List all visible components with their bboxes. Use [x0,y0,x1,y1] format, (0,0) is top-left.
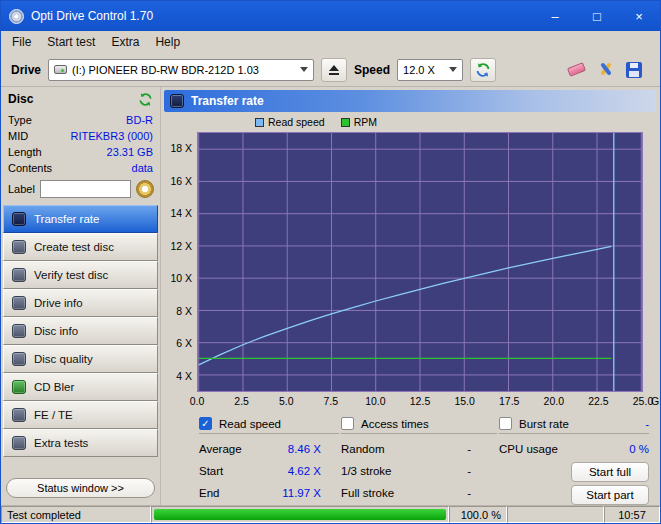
stat-cpu-usage: CPU usage 0 % [499,438,649,460]
refresh-disc-icon[interactable] [138,92,153,107]
x-tick-label: 12.5 [410,395,430,407]
sidebar-item-label: FE / TE [34,409,73,421]
speed-select-value: 12.0 X [403,64,435,76]
statusbar-spacer [507,506,604,523]
legend-label: RPM [354,116,377,128]
status-text: Test completed [1,506,151,523]
stat-label: Full stroke [341,487,394,499]
titlebar: Opti Drive Control 1.70 – □ × [1,1,660,31]
sidebar-item-cd-bler[interactable]: CD Bler [3,373,158,401]
sidebar-item-verify-test-disc[interactable]: Verify test disc [3,261,158,289]
disc-field-contents: Contents data [8,160,153,176]
transfer-rate-icon [12,212,26,226]
checkbox-label: Read speed [219,418,281,430]
maximize-button[interactable]: □ [576,1,618,31]
field-value: BD-R [126,114,153,126]
speed-select[interactable]: 12.0 X [397,59,463,81]
menu-start-test[interactable]: Start test [39,31,103,53]
y-tick-label: 10 X [170,272,192,284]
sidebar-item-extra-tests[interactable]: Extra tests [3,429,158,457]
cd-bler-icon [12,380,26,394]
stat-value: 11.97 X [282,487,321,499]
stat-average: Average 8.46 X [199,438,321,460]
sidebar-item-disc-quality[interactable]: Disc quality [3,345,158,373]
main-panel: Transfer rate Read speed RPM 18 X16 X14 … [161,87,660,505]
x-tick-label: 7.5 [323,395,338,407]
disc-field-mid: MID RITEKBR3 (000) [8,128,153,144]
stats-col-access: Random - 1/3 stroke - Full stroke - [341,438,471,504]
y-tick-label: 4 X [176,370,192,382]
x-axis-unit: GB [651,395,661,407]
stat-one-third-stroke: 1/3 stroke - [341,460,471,482]
disc-info-icon [12,324,26,338]
status-window-button[interactable]: Status window >> [6,478,155,498]
x-tick-label: 17.5 [499,395,519,407]
x-tick-label: 10.0 [365,395,385,407]
stat-label: End [199,487,219,499]
disc-fields: Type BD-R MID RITEKBR3 (000) Length 23.3… [3,110,158,176]
checkbox-label: Burst rate [519,418,569,430]
progress-percent: 100.0 % [449,506,507,523]
sidebar-item-label: Disc quality [34,353,93,365]
sidebar-item-label: Create test disc [34,241,114,253]
x-tick-label: 15.0 [454,395,474,407]
drive-select[interactable]: (I:) PIONEER BD-RW BDR-212D 1.03 [48,59,314,81]
x-axis-labels: 0.02.55.07.510.012.515.017.520.022.525.0 [197,395,643,409]
menubar: File Start test Extra Help [1,31,660,53]
stat-value: - [467,487,471,499]
sidebar-item-label: Disc info [34,325,78,337]
create-test-disc-icon [12,240,26,254]
eject-icon [329,65,339,71]
sidebar-item-drive-info[interactable]: Drive info [3,289,158,317]
burst-rate-checkbox[interactable]: ✓ [499,417,512,430]
label-input[interactable] [40,180,131,198]
main-header: Transfer rate [164,90,656,112]
stats-col-cpu: CPU usage 0 % [499,438,649,460]
menu-help[interactable]: Help [147,31,188,53]
erase-disc-icon[interactable] [567,62,586,77]
legend-read-speed: Read speed [255,116,325,128]
disc-field-length: Length 23.31 GB [8,144,153,160]
start-full-button[interactable]: Start full [571,462,649,482]
stat-value: - [467,443,471,455]
app-window: Opti Drive Control 1.70 – □ × File Start… [0,0,661,524]
refresh-speed-button[interactable] [470,58,496,82]
stat-value: 8.46 X [288,443,321,455]
access-times-check-col: ✓ Access times [341,414,497,434]
stat-label: Random [341,443,384,455]
toolbar: Drive (I:) PIONEER BD-RW BDR-212D 1.03 S… [1,53,660,87]
eject-button[interactable] [321,58,347,82]
sidebar-item-disc-info[interactable]: Disc info [3,317,158,345]
save-icon[interactable] [626,62,642,78]
window-controls: – □ × [534,1,660,31]
disc-header: Disc [3,88,158,110]
stat-value: - [467,465,471,477]
field-value: RITEKBR3 (000) [70,130,153,142]
access-times-checkbox[interactable]: ✓ [341,417,354,430]
sidebar-item-create-test-disc[interactable]: Create test disc [3,233,158,261]
chart-legend: Read speed RPM [255,114,657,130]
drive-icon [54,65,67,74]
preferences-icon[interactable] [597,61,614,78]
read-speed-swatch [255,118,264,127]
read-speed-checkbox[interactable]: ✓ [199,417,212,430]
close-button[interactable]: × [618,1,660,31]
left-spacer [3,457,158,474]
disc-label-icon[interactable] [136,180,154,198]
chevron-down-icon [300,67,308,72]
menu-file[interactable]: File [4,31,39,53]
legend-label: Read speed [268,116,325,128]
start-part-button[interactable]: Start part [571,485,649,505]
transfer-rate-chart: 18 X16 X14 X12 X10 X8 X6 X4 X 0.02.55.07… [163,132,657,410]
sidebar-item-label: CD Bler [34,381,74,393]
disc-label-row: Label [3,176,158,205]
minimize-button[interactable]: – [534,1,576,31]
sidebar-item-transfer-rate[interactable]: Transfer rate [3,205,158,233]
sidebar-item-fe-te[interactable]: FE / TE [3,401,158,429]
app-icon [9,9,24,24]
disc-header-title: Disc [8,92,33,106]
main-header-title: Transfer rate [191,94,264,108]
stats-col-speed: Average 8.46 X Start 4.62 X End 11.97 X [199,438,321,504]
transfer-rate-icon [170,94,184,108]
menu-extra[interactable]: Extra [103,31,147,53]
